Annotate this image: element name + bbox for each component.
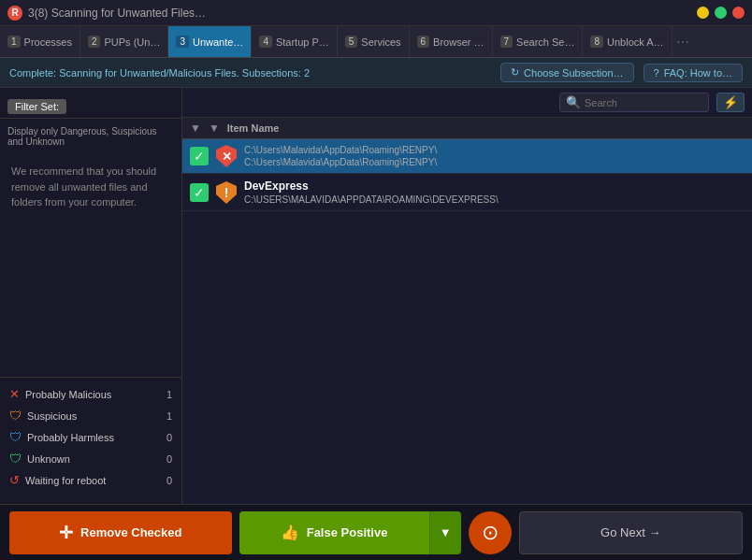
nav-tabs: 1 Processes 2 PUPs (Un… 3 Unwante… 4 Sta… <box>0 26 752 58</box>
tab-unwanted[interactable]: 3 Unwante… <box>168 26 252 57</box>
table-row[interactable]: ✓ ! DevExpress C:\USERS\MALAVIDA\APPDATA… <box>182 174 752 211</box>
false-positive-button[interactable]: 👍 False Positive <box>239 511 429 554</box>
tab-label-startup: Startup P… <box>276 36 329 48</box>
sidebar: Filter Set: Display only Dangerous, Susp… <box>0 88 182 504</box>
remove-checked-button[interactable]: ✛ Remove Checked <box>9 511 232 554</box>
sort-up-icon[interactable]: ▼ <box>209 122 220 135</box>
unknown-icon: 🛡 <box>9 452 22 466</box>
help-icon: ⊙ <box>482 521 499 545</box>
row-name-2: DevExpress <box>244 179 499 193</box>
probably-malicious-icon: ✕ <box>9 387 20 401</box>
checkmark-icon-1: ✓ <box>194 149 205 164</box>
tab-num-1: 1 <box>7 36 21 48</box>
row-path-1b: C:\Users\Malavida\AppData\Roaming\RENPY\ <box>244 157 437 167</box>
title-bar: R 3(8) Scanning for Unwanted Files… <box>0 0 752 26</box>
row-checkbox-1[interactable]: ✓ <box>190 147 209 165</box>
tab-num-6: 6 <box>417 36 430 48</box>
dropdown-arrow-icon: ▼ <box>440 525 452 539</box>
tab-label-unwanted: Unwante… <box>193 36 243 48</box>
tab-startup[interactable]: 4 Startup P… <box>252 26 337 57</box>
choose-subsection-icon: ↻ <box>511 66 519 79</box>
tab-pups[interactable]: 2 PUPs (Un… <box>80 26 168 57</box>
tab-label-pups: PUPs (Un… <box>104 36 160 48</box>
tab-num-7: 7 <box>500 36 513 48</box>
checkmark-icon-2: ✓ <box>194 185 205 200</box>
maximize-button[interactable] <box>715 7 727 19</box>
tab-label-search: Search Se… <box>516 36 574 48</box>
window-controls <box>697 7 745 19</box>
choose-subsection-label: Choose Subsection… <box>524 67 623 79</box>
false-positive-label: False Positive <box>307 525 388 539</box>
shield-orange-svg: ! <box>216 181 237 204</box>
false-positive-dropdown-button[interactable]: ▼ <box>429 511 461 554</box>
faq-icon: ? <box>654 67 659 79</box>
action-bar: ✛ Remove Checked 👍 False Positive ▼ ⊙ Go… <box>0 504 752 560</box>
help-button[interactable]: ⊙ <box>469 511 512 554</box>
status-text: Complete: Scanning for Unwanted/Maliciou… <box>9 67 491 79</box>
legend-item-malicious: ✕ Probably Malicious 1 <box>0 383 181 405</box>
threat-icon-red-1: ✕ <box>216 146 237 166</box>
tab-search[interactable]: 7 Search Se… <box>493 26 584 57</box>
legend-label-malicious: Probably Malicious <box>25 389 111 400</box>
tab-label-browser: Browser … <box>433 36 484 48</box>
main-layout: Filter Set: Display only Dangerous, Susp… <box>0 88 752 504</box>
thumbs-up-icon: 👍 <box>281 524 299 541</box>
go-next-button[interactable]: Go Next → <box>519 511 744 554</box>
row-item-text-1: C:\Users\Malavida\AppData\Roaming\RENPY\… <box>244 145 437 167</box>
col-header-item-name: Item Name <box>227 122 280 134</box>
legend-count-reboot: 0 <box>166 475 172 486</box>
false-positive-group: 👍 False Positive ▼ <box>239 511 461 554</box>
tab-num-4: 4 <box>259 36 272 48</box>
legend-count-suspicious: 1 <box>166 410 172 422</box>
remove-icon: ✛ <box>59 523 73 543</box>
suspicious-icon: 🛡 <box>9 409 22 423</box>
tab-more-indicator: ⋯ <box>672 35 693 50</box>
legend-item-reboot: ↺ Waiting for reboot 0 <box>0 469 181 491</box>
lightning-button[interactable]: ⚡ <box>716 93 745 112</box>
tab-processes[interactable]: 1 Processes <box>0 26 80 57</box>
probably-harmless-icon: 🛡 <box>9 430 22 444</box>
tab-num-2: 2 <box>88 36 101 48</box>
row-item-text-2: DevExpress C:\USERS\MALAVIDA\APPDATA\ROA… <box>244 179 499 205</box>
search-box[interactable]: 🔍 <box>559 93 709 112</box>
table-body: ✓ ✕ C:\Users\Malavida\AppData\Roaming\RE… <box>182 139 752 504</box>
table-header: ▼ ▼ Item Name <box>182 118 752 139</box>
tab-services[interactable]: 5 Services <box>338 26 410 57</box>
status-bar: Complete: Scanning for Unwanted/Maliciou… <box>0 58 752 88</box>
remove-label: Remove Checked <box>80 525 181 539</box>
sort-down-icon[interactable]: ▼ <box>190 122 201 135</box>
tab-label-processes: Processes <box>24 36 72 48</box>
legend-item-suspicious: 🛡 Suspicious 1 <box>0 405 181 426</box>
tab-num-3: 3 <box>176 36 189 48</box>
svg-text:!: ! <box>224 185 229 200</box>
legend-label-reboot: Waiting for reboot <box>25 475 106 486</box>
tab-label-services: Services <box>361 36 400 48</box>
threat-icon-orange-2: ! <box>216 182 237 203</box>
faq-label: FAQ: How to… <box>664 67 732 79</box>
legend-count-harmless: 0 <box>166 432 172 443</box>
tab-label-unblock: Unblock A… <box>607 36 664 48</box>
table-row[interactable]: ✓ ✕ C:\Users\Malavida\AppData\Roaming\RE… <box>182 139 752 174</box>
legend-label-suspicious: Suspicious <box>27 410 77 422</box>
row-checkbox-2[interactable]: ✓ <box>190 183 209 202</box>
minimize-button[interactable] <box>697 7 709 19</box>
legend-item-unknown: 🛡 Unknown 0 <box>0 448 181 469</box>
tab-num-8: 8 <box>590 36 603 48</box>
row-path-1a: C:\Users\Malavida\AppData\Roaming\RENPY\ <box>244 145 437 155</box>
row-path-2a: C:\USERS\MALAVIDA\APPDATA\ROAMING\DEVEXP… <box>244 194 499 205</box>
close-button[interactable] <box>732 7 745 19</box>
tab-num-5: 5 <box>345 36 358 48</box>
choose-subsection-button[interactable]: ↻ Choose Subsection… <box>500 63 633 82</box>
legend-label-harmless: Probably Harmless <box>27 432 114 443</box>
sidebar-info-text: We recommend that you should remove all … <box>0 154 181 377</box>
tab-browser[interactable]: 6 Browser … <box>410 26 493 57</box>
toolbar-row: 🔍 ⚡ <box>182 88 752 118</box>
legend-item-harmless: 🛡 Probably Harmless 0 <box>0 426 181 448</box>
next-label: Go Next → <box>600 525 660 539</box>
tab-unblock[interactable]: 8 Unblock A… <box>583 26 672 57</box>
search-input[interactable] <box>585 97 697 108</box>
faq-button[interactable]: ? FAQ: How to… <box>644 64 743 82</box>
legend-count-malicious: 1 <box>166 389 172 400</box>
waiting-reboot-icon: ↺ <box>9 473 20 487</box>
filter-set-label: Filter Set: <box>7 99 66 114</box>
